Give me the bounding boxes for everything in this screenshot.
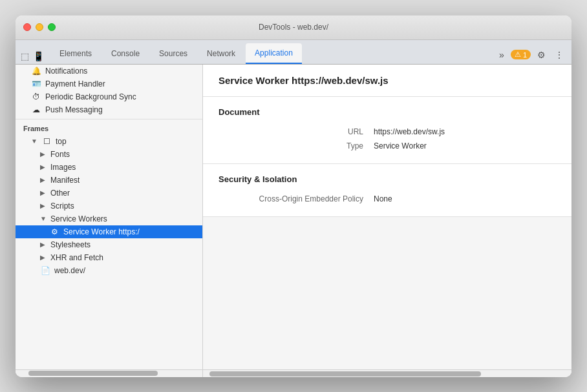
tab-sources[interactable]: Sources	[150, 43, 197, 64]
sidebar-item-periodic-sync[interactable]: ⏱ Periodic Background Sync	[16, 90, 202, 103]
coep-label: Cross-Origin Embedder Policy	[257, 194, 374, 203]
type-value: Service Worker	[374, 141, 427, 150]
document-section-title: Document	[219, 107, 556, 117]
sidebar-frames-header[interactable]: Frames	[16, 122, 202, 135]
sidebar-item-top[interactable]: ☐ top	[16, 135, 202, 148]
sidebar-item-service-workers[interactable]: Service Workers	[16, 212, 202, 225]
sidebar-divider	[16, 119, 202, 119]
sidebar-item-xhr[interactable]: XHR and Fetch	[16, 251, 202, 264]
sidebar-item-push-messaging[interactable]: ☁ Push Messaging	[16, 103, 202, 116]
coep-row: Cross-Origin Embedder Policy None	[257, 192, 556, 206]
more-options-icon[interactable]: ⋮	[552, 48, 566, 61]
other-arrow[interactable]	[40, 189, 47, 196]
sidebar-item-stylesheets[interactable]: Stylesheets	[16, 238, 202, 251]
url-row: URL https://web.dev/sw.js	[257, 125, 556, 139]
gear-small-icon: ⚙	[49, 227, 59, 236]
warning-icon: ⚠	[515, 50, 521, 59]
tab-application[interactable]: Application	[246, 43, 302, 64]
security-section: Security & Isolation Cross-Origin Embedd…	[203, 164, 571, 217]
sidebar-item-images[interactable]: Images	[16, 161, 202, 174]
manifest-arrow[interactable]	[40, 176, 47, 183]
sidebar-item-fonts[interactable]: Fonts	[16, 148, 202, 161]
tab-elements[interactable]: Elements	[50, 43, 101, 64]
scripts-arrow[interactable]	[40, 202, 47, 209]
sw-arrow[interactable]	[40, 215, 47, 222]
content-panel: Service Worker https://web.dev/sw.js Doc…	[203, 65, 571, 377]
clock-icon: ⏱	[31, 92, 41, 101]
sidebar-horizontal-scrollbar[interactable]	[16, 369, 202, 377]
sidebar-item-service-worker-entry[interactable]: ⚙ Service Worker https:/	[16, 225, 202, 238]
xhr-arrow[interactable]	[40, 254, 47, 261]
warning-badge: ⚠ 1	[511, 50, 531, 59]
sidebar-item-manifest[interactable]: Manifest	[16, 174, 202, 187]
window-title: DevTools - web.dev/	[259, 23, 328, 32]
sidebar-item-other[interactable]: Other	[16, 187, 202, 200]
sidebar-scrollbar-thumb[interactable]	[28, 371, 158, 376]
tab-console[interactable]: Console	[102, 43, 149, 64]
payment-icon: 🪪	[31, 79, 41, 88]
content-header: Service Worker https://web.dev/sw.js	[203, 65, 571, 97]
cloud-icon: ☁	[31, 105, 41, 114]
inspector-icon[interactable]: ⬚	[21, 51, 29, 61]
fonts-arrow[interactable]	[40, 150, 47, 158]
sidebar-item-webdev[interactable]: 📄 web.dev/	[16, 264, 202, 277]
devtools-window: DevTools - web.dev/ ⬚ 📱 Elements Console…	[16, 15, 571, 377]
type-label: Type	[257, 141, 374, 150]
settings-icon[interactable]: ⚙	[535, 48, 548, 61]
type-row: Type Service Worker	[257, 139, 556, 153]
sidebar-item-scripts[interactable]: Scripts	[16, 200, 202, 212]
stylesheets-arrow[interactable]	[40, 241, 47, 248]
maximize-button[interactable]	[48, 23, 56, 31]
tab-network[interactable]: Network	[198, 43, 244, 64]
sidebar-item-notifications[interactable]: 🔔 Notifications	[16, 65, 202, 77]
frame-icon: ☐	[41, 137, 52, 146]
frames-label: Frames	[23, 125, 48, 132]
traffic-lights	[23, 23, 56, 31]
minimize-button[interactable]	[36, 23, 43, 31]
content-empty-area	[203, 217, 571, 369]
doc-icon: 📄	[40, 266, 50, 275]
security-section-title: Security & Isolation	[219, 174, 556, 184]
bell-icon: 🔔	[31, 67, 41, 76]
url-value: https://web.dev/sw.js	[374, 127, 445, 136]
more-tabs-button[interactable]: »	[496, 48, 507, 61]
close-button[interactable]	[23, 23, 31, 31]
sidebar-item-payment-handler[interactable]: 🪪 Payment Handler	[16, 77, 202, 90]
sidebar: 🔔 Notifications 🪪 Payment Handler ⏱ Peri…	[16, 65, 203, 377]
top-arrow[interactable]	[31, 138, 37, 145]
content-horizontal-scrollbar[interactable]	[203, 369, 571, 377]
tabs-bar: ⬚ 📱 Elements Console Sources Network App…	[16, 40, 571, 65]
title-bar: DevTools - web.dev/	[16, 15, 571, 40]
images-arrow[interactable]	[40, 163, 47, 170]
device-icon[interactable]: 📱	[33, 51, 44, 61]
url-label: URL	[257, 127, 374, 136]
document-section: Document URL https://web.dev/sw.js Type …	[203, 97, 571, 164]
coep-value: None	[374, 194, 392, 203]
content-scrollbar-thumb[interactable]	[209, 371, 481, 377]
main-area: 🔔 Notifications 🪪 Payment Handler ⏱ Peri…	[16, 65, 571, 377]
